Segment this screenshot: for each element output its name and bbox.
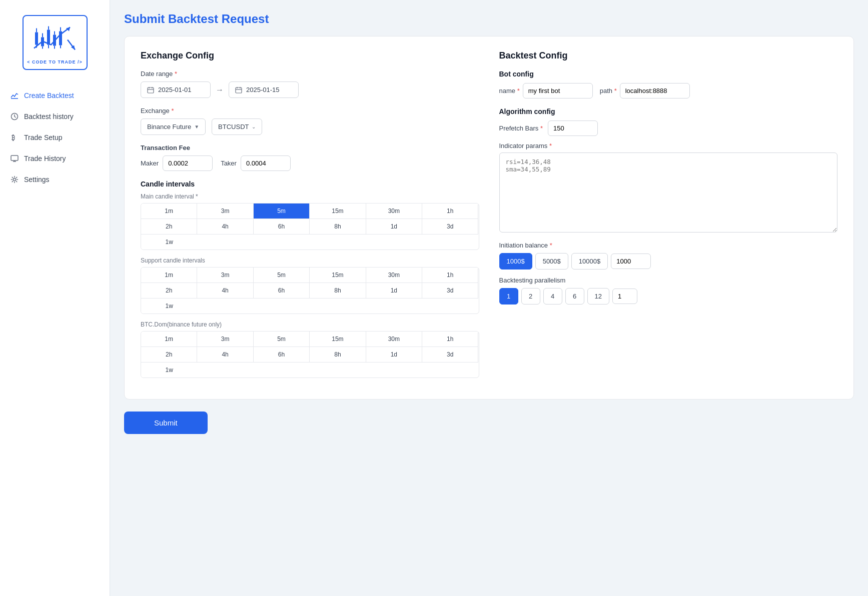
main-interval-15m[interactable]: 15m [310,204,366,219]
candle-intervals-title: Candle intervals [141,180,479,188]
btcdom-interval-3m[interactable]: 3m [197,332,253,347]
bot-config-row: name * path * [499,83,838,98]
page-title: Submit Backtest Request [124,12,854,26]
bot-name-input[interactable] [523,83,593,98]
main-interval-3m[interactable]: 3m [197,204,253,219]
main-interval-1h[interactable]: 1h [422,204,478,219]
maker-input[interactable] [163,156,213,171]
btcdom-interval-1d[interactable]: 1d [366,347,422,362]
support-interval-1d[interactable]: 1d [366,283,422,298]
taker-label: Taker [221,160,237,167]
btcdom-interval-1h[interactable]: 1h [422,332,478,347]
sidebar-item-trade-setup[interactable]: ₿ Trade Setup [0,127,110,148]
sidebar: < CODE TO TRADE /> Create Backtest Backt… [0,0,110,596]
pair-select[interactable]: BTCUSDT ⌄ [212,118,262,135]
btcdom-interval-1w[interactable]: 1w [141,362,197,378]
parallelism-label: Backtesting parallelism [499,276,838,284]
btcdom-interval-4h[interactable]: 4h [197,347,253,362]
main-interval-1d[interactable]: 1d [366,219,422,234]
exchange-select[interactable]: Binance Future ▼ [141,118,206,135]
sidebar-item-create-backtest[interactable]: Create Backtest [0,85,110,106]
svg-rect-4 [42,33,43,37]
svg-rect-10 [54,31,55,34]
calendar-icon-end [235,86,242,94]
chevron-down-icon: ▼ [194,124,199,130]
btcdom-interval-30m[interactable]: 30m [366,332,422,347]
date-end-input[interactable]: 2025-01-15 [229,82,299,98]
main-interval-8h[interactable]: 8h [310,219,366,234]
logo-text: < CODE TO TRADE /> [27,60,82,64]
prefetch-input[interactable] [548,120,598,136]
date-range: 2025-01-01 → 2025-01-15 [141,82,479,98]
parallelism-12[interactable]: 12 [587,288,609,304]
bot-name-label: name * [499,87,520,94]
btcdom-interval-8h[interactable]: 8h [310,347,366,362]
bot-path-input[interactable] [620,83,690,98]
sidebar-item-trade-history[interactable]: Trade History [0,148,110,169]
balance-5000[interactable]: 5000$ [535,253,568,270]
chart-icon [10,91,19,100]
svg-rect-25 [148,88,154,93]
parallelism-custom-input[interactable] [612,288,637,304]
sidebar-item-backtest-history[interactable]: Backtest history [0,106,110,127]
exchange-config-title: Exchange Config [141,50,479,61]
taker-input[interactable] [241,156,291,171]
sidebar-item-create-backtest-label: Create Backtest [24,92,74,100]
prefetch-label: Prefetch Bars * [499,124,543,132]
main-interval-6h[interactable]: 6h [254,219,310,234]
btcdom-interval-6h[interactable]: 6h [254,347,310,362]
main-content: Submit Backtest Request Exchange Config … [110,0,868,596]
bot-config-title: Bot config [499,70,838,78]
support-interval-3d[interactable]: 3d [422,283,478,298]
exchange-row: Binance Future ▼ BTCUSDT ⌄ [141,118,479,135]
btcdom-interval-3d[interactable]: 3d [422,347,478,362]
main-interval-2h[interactable]: 2h [141,219,197,234]
date-start-input[interactable]: 2025-01-01 [141,82,211,98]
support-interval-30m[interactable]: 30m [366,268,422,283]
main-interval-30m[interactable]: 30m [366,204,422,219]
support-interval-5m[interactable]: 5m [254,268,310,283]
algo-config-title: Algorithm config [499,108,838,116]
balance-label: Initiation balance * [499,242,838,249]
main-interval-5m[interactable]: 5m [254,204,310,219]
btcdom-interval-15m[interactable]: 15m [310,332,366,347]
svg-point-24 [14,178,16,181]
support-interval-8h[interactable]: 8h [310,283,366,298]
btcdom-interval-1m[interactable]: 1m [141,332,197,347]
support-interval-1h[interactable]: 1h [422,268,478,283]
balance-custom-input[interactable] [611,254,651,269]
btcdom-interval-2h[interactable]: 2h [141,347,197,362]
indicator-textarea[interactable] [499,152,838,232]
gear-icon [10,175,19,184]
btcdom-interval-5m[interactable]: 5m [254,332,310,347]
logo-svg [30,21,80,58]
main-interval-1w[interactable]: 1w [141,234,197,250]
fee-row: Maker Taker [141,156,479,171]
support-interval-6h[interactable]: 6h [254,283,310,298]
main-interval-1m[interactable]: 1m [141,204,197,219]
support-interval-15m[interactable]: 15m [310,268,366,283]
support-interval-3m[interactable]: 3m [197,268,253,283]
date-start-value: 2025-01-01 [158,86,192,94]
balance-10000[interactable]: 10000$ [571,253,608,270]
main-card: Exchange Config Date range * 2025-01-01 … [124,36,854,400]
support-interval-1m[interactable]: 1m [141,268,197,283]
main-interval-4h[interactable]: 4h [197,219,253,234]
parallelism-1[interactable]: 1 [499,288,518,304]
svg-rect-0 [35,32,38,44]
support-interval-1w[interactable]: 1w [141,298,197,314]
parallelism-6[interactable]: 6 [565,288,584,304]
support-interval-grid: 1m 3m 5m 15m 30m 1h 2h 4h 6h 8h 1d 3d 1w [141,267,479,314]
sidebar-item-settings-label: Settings [24,176,50,184]
support-interval-2h[interactable]: 2h [141,283,197,298]
sidebar-item-settings[interactable]: Settings [0,169,110,190]
parallelism-2[interactable]: 2 [521,288,540,304]
support-interval-4h[interactable]: 4h [197,283,253,298]
maker-fee-group: Maker [141,156,213,171]
balance-1000[interactable]: 1000$ [499,253,532,270]
indicator-label: Indicator params * [499,142,838,150]
submit-button[interactable]: Submit [124,412,208,434]
parallelism-4[interactable]: 4 [543,288,562,304]
main-interval-3d[interactable]: 3d [422,219,478,234]
taker-fee-group: Taker [221,156,291,171]
